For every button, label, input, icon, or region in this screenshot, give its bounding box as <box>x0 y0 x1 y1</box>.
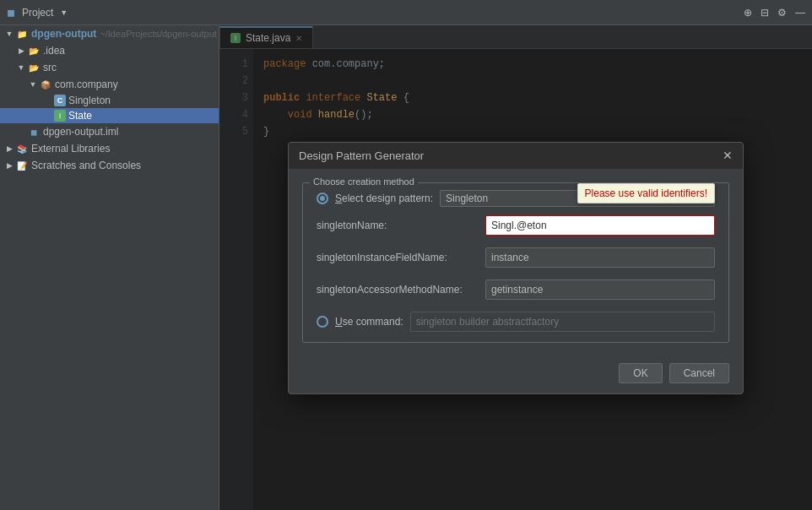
split-icon[interactable]: ⊟ <box>761 7 769 19</box>
tooltip-text: Please use valid identifiers! <box>585 187 707 199</box>
design-pattern-dialog: Design Pattern Generator ✕ Choose creati… <box>288 142 744 394</box>
dialog-title: Design Pattern Generator <box>299 149 424 162</box>
dialog-titlebar: Design Pattern Generator ✕ <box>289 143 743 169</box>
tree-arrow-com-company: ▼ <box>27 80 39 89</box>
dialog-buttons: OK Cancel <box>289 356 743 393</box>
singleton-instance-label: singletonInstanceFieldName: <box>317 252 485 263</box>
gear-icon[interactable]: ⚙ <box>777 7 787 19</box>
module-icon: ◼ <box>27 125 41 138</box>
cancel-button[interactable]: Cancel <box>669 363 729 383</box>
use-command-row: Use command: <box>317 312 715 332</box>
select-pattern-label: Select design pattern: <box>335 193 433 204</box>
tree-item-com-company[interactable]: ▼ 📦 com.company <box>0 76 219 93</box>
interface-icon-state: I <box>54 110 66 122</box>
tree-item-src[interactable]: ▼ 📂 src <box>0 59 219 76</box>
tree-arrow-src: ▼ <box>15 63 27 72</box>
tree-arrow-ext-libs: ▶ <box>3 144 15 153</box>
singleton-accessor-label: singletonAccessorMethodName: <box>317 284 485 296</box>
toolbar-arrow: ▼ <box>60 8 68 17</box>
tree-label-state: State <box>68 110 92 122</box>
tree-root-path: ~/IdeaProjects/dpgen-output <box>100 29 217 39</box>
use-command-label: Use command: <box>335 316 403 328</box>
singleton-accessor-input[interactable] <box>485 279 715 300</box>
tree-item-state[interactable]: I State <box>0 108 219 123</box>
tree-item-idea[interactable]: ▶ 📂 .idea <box>0 42 219 59</box>
singleton-name-row: singletonName: <box>317 215 715 236</box>
toolbar: ◼ Project ▼ ⊕ ⊟ ⚙ — <box>0 0 812 25</box>
ide-window: ◼ Project ▼ ⊕ ⊟ ⚙ — ▼ 📁 dpgen-output ~/I… <box>0 0 812 510</box>
dropdown-container: Singleton ▼ Please use valid identifiers… <box>440 190 715 207</box>
toolbar-project-label: Project <box>22 7 53 19</box>
tree-label-com-company: com.company <box>55 79 118 90</box>
libraries-icon: 📚 <box>15 142 29 155</box>
dialog-close-btn[interactable]: ✕ <box>723 149 733 161</box>
tree-item-scratches[interactable]: ▶ 📝 Scratches and Consoles <box>0 157 219 174</box>
singleton-instance-input[interactable] <box>485 247 715 268</box>
toolbar-icons: ⊕ ⊟ ⚙ — <box>744 7 805 19</box>
group-box: Choose creation method Select design pat… <box>302 182 729 343</box>
group-label: Choose creation method <box>310 176 418 187</box>
tree-label-src: src <box>43 62 57 73</box>
tree-arrow-scratches: ▶ <box>3 161 15 170</box>
tree-label-singleton: Singleton <box>68 95 111 106</box>
use-command-radio[interactable] <box>317 316 328 328</box>
project-tree: ▼ 📁 dpgen-output ~/IdeaProjects/dpgen-ou… <box>0 25 219 510</box>
tree-arrow-idea: ▶ <box>15 46 27 55</box>
main-layout: ▼ 📁 dpgen-output ~/IdeaProjects/dpgen-ou… <box>0 25 812 510</box>
tree-arrow-root: ▼ <box>3 30 15 38</box>
src-folder-icon: 📂 <box>27 61 41 74</box>
project-folder-icon: 📁 <box>15 27 29 41</box>
singleton-name-label: singletonName: <box>317 220 485 231</box>
validation-tooltip: Please use valid identifiers! <box>577 183 715 203</box>
idea-folder-icon: 📂 <box>27 44 41 57</box>
class-icon-singleton: C <box>54 95 66 106</box>
tree-root-label: dpgen-output <box>31 28 96 40</box>
dropdown-value: Singleton <box>446 193 488 204</box>
dialog-overlay: Design Pattern Generator ✕ Choose creati… <box>219 25 812 510</box>
editor-panel: I State.java ✕ 1 2 3 4 5 package co <box>219 25 812 510</box>
tree-root-item[interactable]: ▼ 📁 dpgen-output ~/IdeaProjects/dpgen-ou… <box>0 25 219 42</box>
use-command-input <box>410 312 715 332</box>
package-folder-icon: 📦 <box>39 78 52 91</box>
tree-item-external-libs[interactable]: ▶ 📚 External Libraries <box>0 140 219 157</box>
dialog-content: Choose creation method Select design pat… <box>289 169 743 356</box>
ok-button[interactable]: OK <box>619 363 662 383</box>
tree-item-singleton[interactable]: C Singleton <box>0 93 219 108</box>
globe-icon[interactable]: ⊕ <box>744 7 752 19</box>
select-pattern-radio[interactable] <box>317 193 328 204</box>
singleton-name-input[interactable] <box>485 215 715 236</box>
tree-label-external-libs: External Libraries <box>31 143 110 155</box>
project-icon: ◼ <box>7 7 15 19</box>
scratches-icon: 📝 <box>15 159 29 172</box>
minimize-icon[interactable]: — <box>795 7 805 19</box>
singleton-instance-row: singletonInstanceFieldName: <box>317 247 715 268</box>
tree-label-iml: dpgen-output.iml <box>43 126 118 138</box>
tree-label-scratches: Scratches and Consoles <box>31 160 141 171</box>
tree-item-iml[interactable]: ◼ dpgen-output.iml <box>0 123 219 140</box>
tree-label-idea: .idea <box>43 45 65 57</box>
singleton-accessor-row: singletonAccessorMethodName: <box>317 279 715 300</box>
select-pattern-row: Select design pattern: Singleton ▼ <box>317 190 715 207</box>
